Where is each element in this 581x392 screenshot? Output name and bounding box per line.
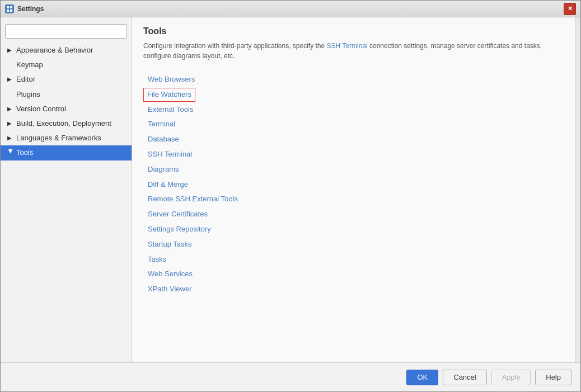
sidebar-item-editor[interactable]: ▶ Editor [1, 72, 132, 87]
sidebar-item-plugins[interactable]: Plugins [1, 87, 132, 102]
tools-list: Web Browsers File Watchers External Tool… [132, 68, 575, 362]
sidebar-item-languages[interactable]: ▶ Languages & Frameworks [1, 131, 132, 145]
sidebar-item-tools[interactable]: ▶ Tools [1, 145, 132, 160]
apply-button[interactable]: Apply [491, 370, 531, 385]
sidebar-item-label: Appearance & Behavior [16, 45, 93, 55]
svg-rect-1 [10, 6, 12, 8]
tool-item-web-services[interactable]: Web Services [143, 267, 575, 282]
title-bar: Settings ✕ [1, 1, 580, 17]
search-wrapper [1, 22, 132, 43]
main-header: Tools Configure integration with third-p… [132, 17, 575, 68]
ok-button[interactable]: OK [406, 370, 438, 385]
arrow-icon: ▶ [7, 134, 14, 142]
window-title: Settings [17, 5, 564, 13]
sidebar-item-version-control[interactable]: ▶ Version Control [1, 102, 132, 116]
description-text: Configure integration with third-party a… [143, 42, 327, 50]
tool-item-xpath-viewer[interactable]: XPath Viewer [143, 282, 575, 297]
sidebar-item-label: Build, Execution, Deployment [16, 119, 111, 129]
settings-window: Settings ✕ ▶ Appearance & Behavior Keyma… [0, 0, 581, 392]
sidebar-item-label: Editor [16, 74, 35, 84]
close-button[interactable]: ✕ [564, 3, 576, 15]
tool-item-terminal[interactable]: Terminal [143, 117, 575, 132]
tool-item-server-certs[interactable]: Server Certificates [143, 207, 575, 222]
tool-item-external-tools[interactable]: External Tools [143, 102, 575, 117]
sidebar-item-keymap[interactable]: Keymap [1, 58, 132, 72]
arrow-icon: ▶ [7, 75, 14, 83]
arrow-icon: ▶ [7, 149, 15, 156]
sidebar-item-label: Version Control [16, 104, 66, 114]
scrollbar[interactable] [575, 17, 580, 362]
content-area: ▶ Appearance & Behavior Keymap ▶ Editor … [1, 17, 580, 362]
sidebar-item-appearance[interactable]: ▶ Appearance & Behavior [1, 43, 132, 58]
sidebar-item-label: Languages & Frameworks [16, 133, 101, 143]
tool-item-web-browsers[interactable]: Web Browsers [143, 72, 575, 87]
svg-rect-2 [7, 10, 9, 12]
tool-item-file-watchers[interactable]: File Watchers [143, 88, 195, 102]
tool-item-database[interactable]: Database [143, 132, 575, 147]
sidebar: ▶ Appearance & Behavior Keymap ▶ Editor … [1, 17, 132, 362]
bottom-bar: OK Cancel Apply Help [1, 362, 580, 391]
app-icon [5, 4, 14, 13]
arrow-icon: ▶ [7, 120, 14, 127]
svg-rect-3 [10, 10, 12, 12]
help-button[interactable]: Help [535, 370, 571, 385]
main-panel: Tools Configure integration with third-p… [132, 17, 575, 362]
panel-title: Tools [143, 26, 564, 36]
tool-item-settings-repo[interactable]: Settings Repository [143, 222, 575, 237]
ssh-link: SSH Terminal [327, 42, 368, 50]
cancel-button[interactable]: Cancel [443, 370, 486, 385]
arrow-icon: ▶ [7, 105, 14, 113]
tool-item-startup-tasks[interactable]: Startup Tasks [143, 237, 575, 252]
search-input[interactable] [5, 24, 127, 39]
sidebar-item-label: Plugins [16, 89, 40, 100]
tool-item-diff-merge[interactable]: Diff & Merge [143, 177, 575, 192]
panel-description: Configure integration with third-party a… [143, 41, 564, 61]
sidebar-item-label: Tools [16, 148, 33, 158]
svg-rect-0 [7, 6, 9, 8]
tool-item-remote-ssh[interactable]: Remote SSH External Tools [143, 192, 575, 207]
sidebar-item-label: Keymap [16, 60, 43, 70]
tool-item-ssh-terminal[interactable]: SSH Terminal [143, 147, 575, 162]
tool-item-tasks[interactable]: Tasks [143, 252, 575, 267]
sidebar-item-build[interactable]: ▶ Build, Execution, Deployment [1, 116, 132, 131]
tool-item-diagrams[interactable]: Diagrams [143, 162, 575, 177]
arrow-icon: ▶ [7, 46, 14, 54]
